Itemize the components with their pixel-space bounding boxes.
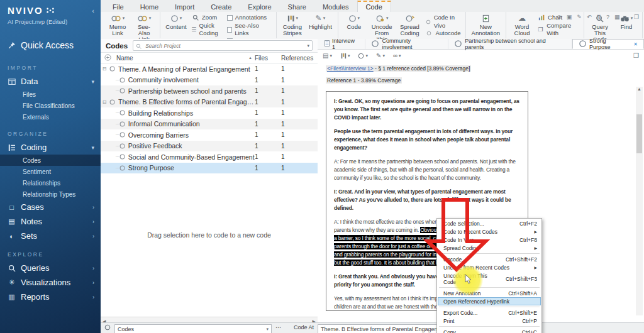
chevron-right-icon[interactable]: › (92, 280, 94, 286)
menu-item-open-referenced-hyperlink[interactable]: Open Referenced Hyperlink (438, 297, 541, 305)
menu-item-uncode-from-recent-codes[interactable]: Uncode from Recent Codes▶ (438, 263, 541, 271)
chevron-right-icon[interactable]: › (92, 204, 94, 210)
close-tab-icon[interactable]: ✕ (633, 41, 638, 47)
highlight-pen-icon[interactable]: ✎ ▾ (376, 52, 385, 59)
checkbox-icon[interactable] (227, 27, 232, 33)
file-link[interactable]: <Files\\Interview 1> (327, 65, 374, 72)
float-window-icon[interactable]: ❐ (633, 52, 639, 59)
column-header-name[interactable]: Name (116, 55, 133, 62)
sidebar-item-files[interactable]: Files (0, 89, 101, 100)
ribbon-tab-file[interactable]: File (104, 2, 132, 12)
code-row-community-involvement[interactable]: ┄Community involvement11 (101, 75, 318, 86)
search-input[interactable] (144, 42, 304, 50)
restore-icon[interactable]: ❐ (634, 14, 639, 20)
sidebar-item-relationship-types[interactable]: Relationship Types (0, 188, 101, 200)
sidebar-item-codes[interactable]: Codes (0, 155, 101, 166)
sidebar-item-notes[interactable]: ▤Notes› (0, 214, 101, 229)
menu-item-print[interactable]: PrintCtrl+P (438, 317, 541, 325)
chevron-right-icon[interactable]: › (92, 294, 94, 300)
ribbon-button-autocode[interactable]: Autocode (425, 30, 460, 38)
sidebar-item-sentiment[interactable]: Sentiment (0, 166, 101, 177)
record-icon[interactable]: ⊙ (557, 14, 562, 20)
expand-collapse-icon[interactable]: ⊟ (101, 99, 108, 105)
more-button[interactable]: ⋯ (275, 324, 281, 330)
code-row-building-relationships[interactable]: ┄Building Relationships11 (101, 107, 318, 119)
chevron-down-icon[interactable]: ▾ (91, 145, 94, 151)
search-box[interactable]: ▾ (133, 40, 313, 51)
ribbon-button-highlight[interactable]: ✎▾Highlight (306, 13, 335, 31)
scroll-up-icon[interactable]: ▲ (636, 87, 643, 91)
expand-collapse-icon[interactable]: ⊟ (101, 66, 108, 72)
menu-item-uncode-from-this-code[interactable]: Uncode From This CodeCtrl+Shift+F3 (438, 271, 541, 286)
sidebar-item-coding[interactable]: Coding▾ (0, 140, 101, 155)
code-row-theme-a-meaning-of-parental-engangement[interactable]: ⊟Theme. A Meaning of Parental Engangemen… (101, 63, 318, 75)
checkbox-annotations[interactable]: Annotations (227, 14, 271, 22)
menu-item-export-code[interactable]: Export Code...Ctrl+Shift+E (438, 308, 541, 317)
sidebar-item-data[interactable]: Data▾ (0, 74, 101, 89)
sidebar-item-sets[interactable]: ◐Sets› (0, 229, 101, 243)
document-vertical-scrollbar[interactable]: ▲ (636, 87, 643, 315)
sidebar-item-cases[interactable]: □Cases› (0, 200, 101, 214)
menu-item-code-in-vivo[interactable]: Code In VivoCtrl+F8 (438, 236, 541, 244)
code-circle-icon[interactable]: ▾ (358, 53, 368, 59)
chevron-right-icon[interactable]: › (92, 265, 94, 271)
pencil-icon[interactable]: ✎ (577, 14, 582, 20)
menu-item-new-annotation[interactable]: New AnnotationCtrl+Shift+A (438, 289, 541, 297)
document-tab-interview-1[interactable]: Interview 1 (319, 39, 365, 49)
ribbon-button-spread-coding[interactable]: Spread Coding (396, 13, 423, 37)
code-row-informal-communication[interactable]: ┄Informal Communication11 (101, 119, 318, 130)
minimize-icon[interactable]: ─ (625, 14, 629, 20)
document-tab-partnership-between-school-and-parents[interactable]: Partnership between school and parents (448, 39, 572, 49)
ribbon-button-new-annotation[interactable]: New Annotation (469, 13, 503, 37)
sidebar-item-externals[interactable]: Externals (0, 111, 101, 123)
menu-item-spread-coding[interactable]: Spread Coding▶ (438, 244, 541, 252)
ribbon-button-compare-with[interactable]: ❐Compare With (537, 22, 579, 38)
checkbox-see-also-links[interactable]: See-Also Links (227, 22, 271, 38)
ribbon-tab-modules[interactable]: Modules (314, 2, 357, 12)
ribbon-button-memo-link[interactable]: ▾Memo Link (104, 13, 131, 37)
ribbon-button-coding-stripes[interactable]: ▾Coding Stripes (279, 13, 306, 37)
coding-stripes-icon[interactable]: ▾ (340, 53, 350, 59)
ribbon-button-quick-coding[interactable]: ☰Quick Coding (191, 22, 223, 38)
code-scope-combobox[interactable]: Codes ▾ (114, 324, 272, 333)
view-layout-icon[interactable]: ▤ ▾ (323, 52, 332, 59)
sort-icon[interactable]: ⇅ (596, 14, 601, 20)
style-icon[interactable]: ▦ (614, 14, 620, 20)
document-tab-community-involvement[interactable]: Community involvement (365, 39, 448, 49)
search-dropdown-icon[interactable]: ▾ (307, 43, 309, 48)
sidebar-item-reports[interactable]: ▥Reports› (0, 290, 101, 304)
ribbon-tab-import[interactable]: Import (167, 2, 203, 12)
sort-ascending-icon[interactable]: ▲ (248, 56, 255, 60)
sidebar-item-quick-access[interactable]: Quick Access (0, 34, 101, 57)
code-row-partnership-between-school-and-parents[interactable]: ┄Partnership between school and parents1… (101, 85, 318, 97)
document-tab-strong-purpose[interactable]: Strong Purpose✕ (572, 39, 644, 49)
code-row-positive-feedback[interactable]: ┄Positive Feedback11 (101, 141, 318, 152)
sidebar-item-visualizations[interactable]: ✳Visualizations› (0, 275, 101, 290)
ribbon-tab-create[interactable]: Create (203, 2, 240, 12)
help-icon[interactable]: ? (606, 14, 609, 20)
sidebar-item-relationships[interactable]: Relationships (0, 177, 101, 188)
menu-item-copy[interactable]: CopyCtrl+C (438, 328, 541, 333)
ribbon-button-code-in-vivo[interactable]: Code In Vivo (425, 14, 460, 30)
checkbox-icon[interactable] (227, 15, 233, 21)
menu-item-code-to-recent-codes[interactable]: Code to Recent Codes▶ (438, 227, 541, 236)
see-also-link-icon[interactable]: ∞ ▾ (393, 52, 401, 59)
chevron-right-icon[interactable]: › (92, 233, 94, 239)
undo-icon[interactable]: ↶ (587, 14, 592, 20)
sidebar-item-file-classifications[interactable]: File Classifications (0, 100, 101, 111)
ribbon-button-word-cloud[interactable]: ☁Word Cloud (509, 13, 535, 37)
column-header-references[interactable]: References (281, 55, 318, 62)
chevron-right-icon[interactable]: › (92, 219, 94, 225)
menu-item-uncode[interactable]: Uncode...Ctrl+Shift+F2 (438, 255, 541, 263)
sidebar-item-queries[interactable]: Queries› (0, 261, 101, 275)
code-row-social-and-community-based-engagement[interactable]: ┄Social and Community-Based Engagement11 (101, 151, 318, 163)
ribbon-button-zoom[interactable]: Zoom (191, 14, 223, 22)
ribbon-tab-home[interactable]: Home (132, 2, 167, 12)
add-code-icon[interactable] (104, 54, 111, 62)
scrollbar-thumb[interactable] (636, 114, 642, 153)
ribbon-tab-code[interactable]: Code (357, 1, 391, 12)
ribbon-button-code[interactable]: ▾Code (341, 13, 367, 31)
code-row-strong-purpose[interactable]: ┄Strong Purpose11 (101, 163, 318, 174)
save-icon[interactable]: ▣ (567, 14, 572, 20)
code-row-overcoming-barriers[interactable]: ┄Overcoming Barriers11 (101, 129, 318, 141)
